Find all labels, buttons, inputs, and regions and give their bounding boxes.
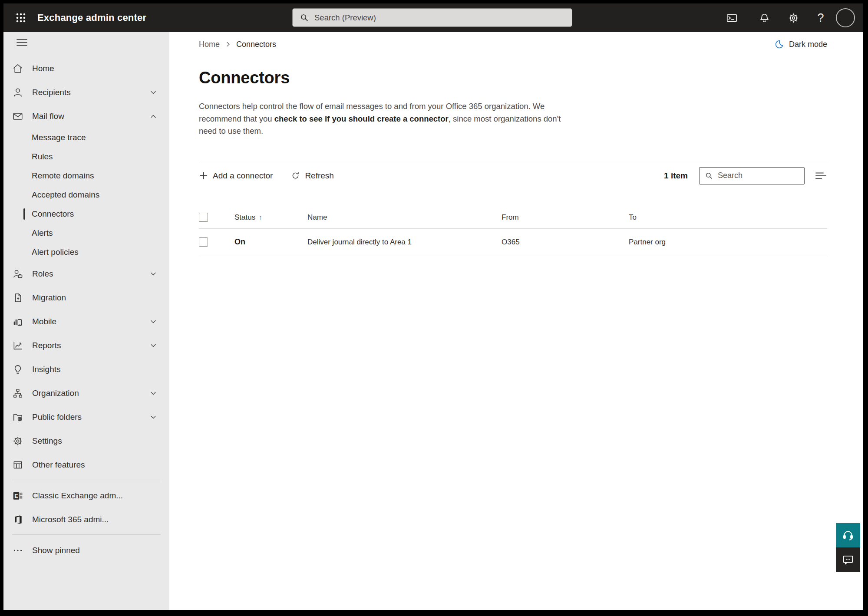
description-line-3: need to use them. xyxy=(199,125,827,138)
add-connector-button[interactable]: Add a connector xyxy=(199,171,273,181)
settings-button-topbar[interactable] xyxy=(783,3,804,32)
sidebar-item-migration[interactable]: Migration xyxy=(3,286,169,310)
line-chart-icon xyxy=(12,340,23,351)
select-all-checkbox[interactable] xyxy=(199,213,208,222)
list-search-box[interactable] xyxy=(699,167,805,184)
sidebar-item-other-features[interactable]: Other features xyxy=(3,453,169,477)
search-icon xyxy=(300,13,309,23)
sidebar-item-reports[interactable]: Reports xyxy=(3,333,169,357)
row-from: O365 xyxy=(502,238,629,247)
exchange-admin-center-window: { "topbar": { "app_title": "Exchange adm… xyxy=(0,0,868,616)
person-briefcase-icon xyxy=(12,268,23,280)
sidebar-item-microsoft-365-admin[interactable]: Microsoft 365 admi... xyxy=(3,507,169,531)
create-connector-check-link[interactable]: check to see if you should create a conn… xyxy=(274,114,449,123)
column-header-to[interactable]: To xyxy=(629,213,827,222)
refresh-button[interactable]: Refresh xyxy=(291,171,334,181)
description-line-2: recommend that you check to see if you s… xyxy=(199,113,827,125)
org-chart-icon xyxy=(12,388,23,399)
item-count: 1 item xyxy=(664,171,688,181)
chevron-down-icon xyxy=(149,413,158,422)
ellipsis-icon xyxy=(12,545,23,556)
chevron-up-icon xyxy=(149,112,158,121)
person-icon xyxy=(12,87,23,98)
dark-mode-toggle[interactable]: Dark mode xyxy=(774,39,827,49)
sidebar-item-settings[interactable]: Settings xyxy=(3,429,169,453)
sidebar-divider xyxy=(12,480,161,480)
powershell-button[interactable] xyxy=(721,3,742,32)
waffle-icon xyxy=(15,12,26,23)
list-search-input[interactable] xyxy=(718,171,804,180)
main-content: Home Connectors Dark mode Connectors Con… xyxy=(169,32,863,610)
terminal-icon xyxy=(726,12,738,24)
dark-mode-label: Dark mode xyxy=(789,40,827,49)
svg-text:E: E xyxy=(14,493,18,499)
global-search-input[interactable] xyxy=(314,13,572,23)
envelope-icon xyxy=(12,111,23,122)
feedback-bubble-icon xyxy=(842,553,854,566)
chevron-down-icon xyxy=(149,88,158,97)
description-line-1: Connectors help control the flow of emai… xyxy=(199,100,827,113)
help-button[interactable]: ? xyxy=(810,3,831,32)
breadcrumb-home-link[interactable]: Home xyxy=(199,40,220,49)
global-search-box[interactable] xyxy=(292,8,572,27)
sidebar-item-alerts[interactable]: Alerts xyxy=(3,224,169,243)
home-icon xyxy=(12,63,23,74)
sidebar-item-insights[interactable]: Insights xyxy=(3,357,169,381)
sidebar-item-classic-exchange[interactable]: E Classic Exchange adm... xyxy=(3,484,169,507)
filter-lines-icon xyxy=(815,171,827,181)
sidebar-item-mobile[interactable]: Mobile xyxy=(3,310,169,333)
sidebar-item-recipients[interactable]: Recipients xyxy=(3,80,169,104)
row-to: Partner org xyxy=(629,238,827,247)
filter-button[interactable] xyxy=(815,171,827,181)
chevron-down-icon xyxy=(149,317,158,326)
sidebar-item-alert-policies[interactable]: Alert policies xyxy=(3,243,169,262)
page-description: Connectors help control the flow of emai… xyxy=(199,100,827,138)
question-mark-icon: ? xyxy=(817,11,824,25)
column-header-from[interactable]: From xyxy=(502,213,629,222)
sidebar-item-remote-domains[interactable]: Remote domains xyxy=(3,166,169,185)
notifications-button[interactable] xyxy=(754,3,775,32)
row-status: On xyxy=(234,237,245,247)
nav-collapse-button[interactable] xyxy=(3,32,169,53)
refresh-icon xyxy=(291,171,300,180)
sidebar-item-rules[interactable]: Rules xyxy=(3,147,169,166)
table-header-row: Status ↑ Name From To xyxy=(169,207,863,228)
feedback-button[interactable] xyxy=(836,547,860,572)
support-button[interactable] xyxy=(836,523,860,547)
row-name[interactable]: Deliver journal directly to Area 1 xyxy=(307,238,502,247)
nav-items: Home Recipients Mail flow Message trace … xyxy=(3,56,169,562)
chevron-down-icon xyxy=(149,341,158,350)
sidebar-item-show-pinned[interactable]: Show pinned xyxy=(3,538,169,562)
sidebar-item-connectors[interactable]: Connectors xyxy=(3,204,169,224)
sidebar-item-home[interactable]: Home xyxy=(3,56,169,80)
table-icon xyxy=(12,459,23,471)
sort-ascending-icon: ↑ xyxy=(259,214,262,221)
app-launcher-button[interactable] xyxy=(9,3,33,32)
connectors-table: Status ↑ Name From To On Deliver journal… xyxy=(169,207,863,256)
hamburger-icon xyxy=(17,38,27,47)
row-checkbox[interactable] xyxy=(199,237,208,247)
left-navigation: Home Recipients Mail flow Message trace … xyxy=(3,32,169,610)
page-title: Connectors xyxy=(199,69,863,87)
chevron-right-icon xyxy=(225,41,231,47)
lightbulb-icon xyxy=(12,364,23,375)
sidebar-item-mail-flow[interactable]: Mail flow xyxy=(3,104,169,128)
plus-icon xyxy=(199,171,208,180)
sidebar-item-organization[interactable]: Organization xyxy=(3,381,169,405)
corner-action-buttons xyxy=(836,523,860,572)
table-row[interactable]: On Deliver journal directly to Area 1 O3… xyxy=(169,229,863,256)
headset-icon xyxy=(842,529,854,541)
search-icon xyxy=(705,171,713,180)
sidebar-item-roles[interactable]: Roles xyxy=(3,262,169,286)
mobile-device-icon xyxy=(12,316,23,327)
column-header-status[interactable]: Status ↑ xyxy=(234,213,307,222)
document-arrow-icon xyxy=(12,292,23,303)
bell-icon xyxy=(759,12,770,24)
office-logo-icon xyxy=(12,514,23,525)
row-divider xyxy=(199,256,827,256)
account-avatar[interactable] xyxy=(836,8,855,27)
sidebar-item-accepted-domains[interactable]: Accepted domains xyxy=(3,185,169,204)
sidebar-item-message-trace[interactable]: Message trace xyxy=(3,128,169,147)
column-header-name[interactable]: Name xyxy=(307,213,502,222)
sidebar-item-public-folders[interactable]: Public folders xyxy=(3,405,169,429)
